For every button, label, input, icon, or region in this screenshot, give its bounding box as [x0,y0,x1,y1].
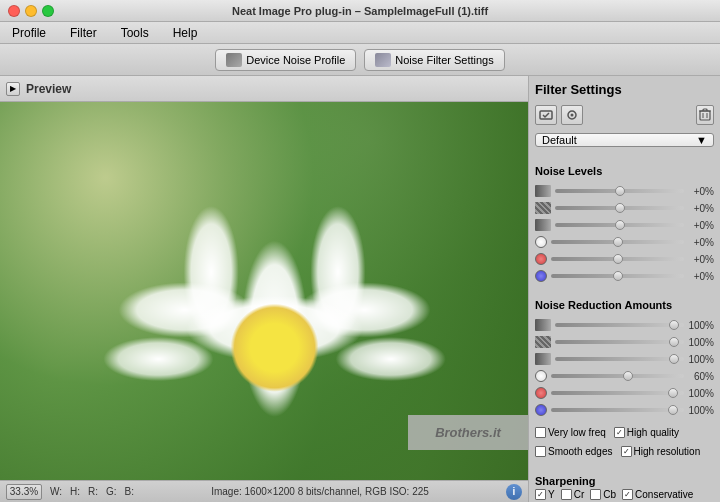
slider-thumb[interactable] [668,405,678,415]
height-label: H: [70,486,80,497]
menu-help[interactable]: Help [169,24,202,42]
sharp-channel-sharp_conservative: Conservative [622,489,693,500]
play-button[interactable]: ▶ [6,82,20,96]
y-icon [535,370,547,382]
sharp-label-sharp_cr: Cr [574,489,585,500]
close-button[interactable] [8,5,20,17]
cr-icon [535,387,547,399]
toolbar: Device Noise Profile Noise Filter Settin… [0,44,720,76]
noise-reduction-title: Noise Reduction Amounts [535,299,714,311]
slider-value: +0% [688,237,714,248]
left-panel: ▶ Preview Brothers.it 33.3% W: H: R: G: … [0,76,528,502]
sharp-checkbox-sharp_y[interactable] [535,489,546,500]
info-button[interactable]: i [506,484,522,500]
profile-name: Default [542,134,577,146]
menu-tools[interactable]: Tools [117,24,153,42]
window-controls[interactable] [0,5,54,17]
svg-point-2 [571,114,574,117]
slider-row: 100% [535,334,714,350]
slider-thumb[interactable] [613,254,623,264]
image-footer: 33.3% W: H: R: G: B: Image: 1600×1200 8 … [0,480,528,502]
checkbox-label-smooth_edges: Smooth edges [548,446,613,457]
color-icon [535,202,551,214]
menu-filter[interactable]: Filter [66,24,101,42]
checkbox-item-very_low_freq: Very low freq [535,427,606,438]
preview-label: Preview [26,82,71,96]
checkbox-item-high_resolution: High resolution [621,446,701,457]
width-label: W: [50,486,62,497]
checkbox-smooth_edges[interactable] [535,446,546,457]
minimize-button[interactable] [25,5,37,17]
menu-profile[interactable]: Profile [8,24,50,42]
image-canvas[interactable]: Brothers.it [0,102,528,480]
slider-track[interactable] [551,408,684,412]
profile-dropdown[interactable]: Default ▼ [535,133,714,147]
profile-icon-2[interactable] [561,105,583,125]
slider-thumb[interactable] [669,354,679,364]
cb-icon [535,404,547,416]
slider-thumb[interactable] [668,388,678,398]
slider-value: +0% [688,203,714,214]
slider-thumb[interactable] [623,371,633,381]
sharp-checkbox-sharp_cr[interactable] [561,489,572,500]
slider-thumb[interactable] [615,186,625,196]
slider-track[interactable] [555,223,684,227]
slider-track[interactable] [555,323,684,327]
sharp-channels: Y Cr Cb Conservative [535,489,714,500]
slider-value: 100% [688,388,714,399]
sharp-label-sharp_y: Y [548,489,555,500]
checkbox-very_low_freq[interactable] [535,427,546,438]
slider-thumb[interactable] [613,237,623,247]
slider-thumb[interactable] [613,271,623,281]
checkbox-high_quality[interactable] [614,427,625,438]
checkbox-high_resolution[interactable] [621,446,632,457]
delete-profile-button[interactable] [696,105,714,125]
slider-value: 60% [688,371,714,382]
slider-value: +0% [688,271,714,282]
slider-row: +0% [535,183,714,199]
slider-thumb[interactable] [669,337,679,347]
luma-icon [535,219,551,231]
right-panel: Filter Settings Default ▼ Noise Levels + [528,76,720,502]
dropdown-arrow: ▼ [696,134,707,146]
luma-icon [535,353,551,365]
slider-thumb[interactable] [669,320,679,330]
slider-row: 100% [535,317,714,333]
slider-row: 100% [535,351,714,367]
slider-track[interactable] [551,274,684,278]
checkbox-label-high_resolution: High resolution [634,446,701,457]
profile-icon-1[interactable] [535,105,557,125]
slider-track[interactable] [551,257,684,261]
maximize-button[interactable] [42,5,54,17]
cr-icon [535,253,547,265]
sharp-checkbox-sharp_cb[interactable] [590,489,601,500]
slider-track[interactable] [555,357,684,361]
slider-value: +0% [688,220,714,231]
slider-row: 100% [535,385,714,401]
slider-thumb[interactable] [615,220,625,230]
slider-value: 100% [688,337,714,348]
device-noise-profile-button[interactable]: Device Noise Profile [215,49,356,71]
sharp-channel-sharp_cr: Cr [561,489,585,500]
slider-thumb[interactable] [615,203,625,213]
slider-value: +0% [688,254,714,265]
zoom-level[interactable]: 33.3% [6,484,42,500]
svg-rect-3 [700,111,710,120]
slider-row: +0% [535,268,714,284]
blue-label: B: [125,486,134,497]
slider-track[interactable] [551,240,684,244]
noise-filter-settings-button[interactable]: Noise Filter Settings [364,49,504,71]
checkbox-label-high_quality: High quality [627,427,679,438]
slider-track[interactable] [555,206,684,210]
device-noise-profile-label: Device Noise Profile [246,54,345,66]
slider-track[interactable] [551,374,684,378]
slider-track[interactable] [555,340,684,344]
sharp-channel-sharp_y: Y [535,489,555,500]
slider-track[interactable] [551,391,684,395]
main-area: ▶ Preview Brothers.it 33.3% W: H: R: G: … [0,76,720,502]
sharp-label-sharp_conservative: Conservative [635,489,693,500]
checkbox-item-smooth_edges: Smooth edges [535,446,613,457]
device-profile-icon [226,53,242,67]
slider-track[interactable] [555,189,684,193]
sharp-checkbox-sharp_conservative[interactable] [622,489,633,500]
